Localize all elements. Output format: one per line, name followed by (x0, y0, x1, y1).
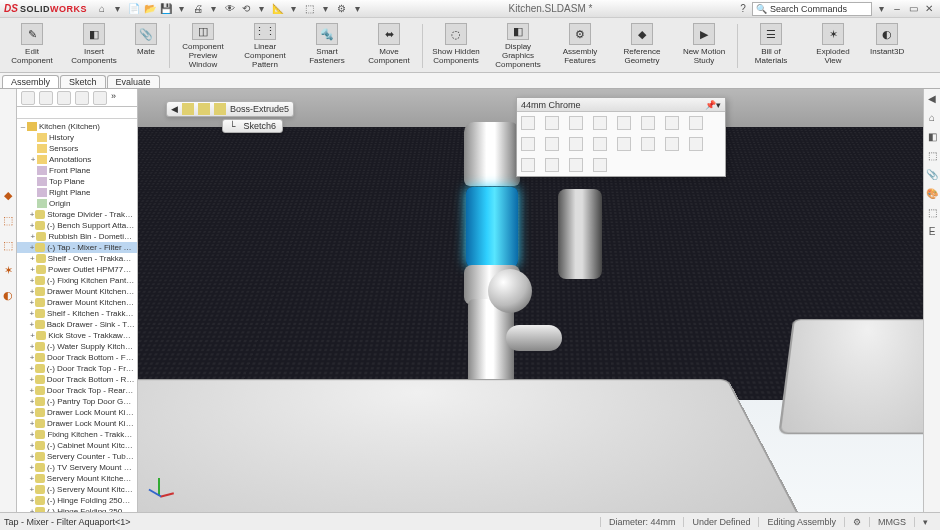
ribbon-button[interactable]: ◧Insert Components (64, 20, 124, 72)
ctx-tool-icon[interactable] (593, 158, 607, 172)
expand-icon[interactable]: + (29, 232, 36, 241)
ctx-tool-icon[interactable] (689, 116, 703, 130)
expand-icon[interactable]: – (19, 122, 27, 131)
ctx-tool-icon[interactable] (593, 116, 607, 130)
graphics-viewport[interactable]: ◀ Boss-Extrude5 └ Sketch6 44mm Chrome 📌 … (138, 89, 923, 512)
tree-row[interactable]: Front Plane (17, 165, 137, 176)
fm-tab-expand-icon[interactable]: » (111, 91, 116, 105)
qat-button[interactable]: 📐 (271, 2, 285, 16)
ctx-tool-icon[interactable] (569, 158, 583, 172)
tree-row[interactable]: +Annotations (17, 154, 137, 165)
qat-button[interactable]: ▾ (111, 2, 125, 16)
ribbon-button[interactable]: 🔩Smart Fasteners (297, 20, 357, 72)
tree-row[interactable]: +Shelf - Kitchen - Trakkaway 790-8 (17, 308, 137, 319)
breadcrumb-bar[interactable]: ◀ Boss-Extrude5 (166, 101, 294, 117)
breadcrumb-child[interactable]: └ Sketch6 (222, 119, 283, 133)
ctx-tool-icon[interactable] (545, 137, 559, 151)
rail-icon[interactable]: E (926, 226, 939, 239)
tree-row[interactable]: +Fixing Kitchen - Trakkaway<1> (17, 429, 137, 440)
tree-row[interactable]: +(-) Fixing Kitchen Pantry - Trakka (17, 275, 137, 286)
ribbon-button[interactable]: ⚙Assembly Features (550, 20, 610, 72)
minimize-button[interactable]: – (890, 2, 904, 16)
qat-button[interactable]: ▾ (207, 2, 221, 16)
ctx-tool-icon[interactable] (665, 116, 679, 130)
ctx-tool-icon[interactable] (641, 116, 655, 130)
ribbon-tab[interactable]: Sketch (60, 75, 106, 88)
fm-tab-icon[interactable] (21, 91, 35, 105)
ctx-tool-icon[interactable] (689, 137, 703, 151)
ribbon-button[interactable]: ◫Component Preview Window (173, 20, 233, 72)
tree-row[interactable]: +Servery Counter - Tube -Trakkaw (17, 451, 137, 462)
rail-icon[interactable]: ◐ (3, 289, 13, 302)
expand-icon[interactable]: + (29, 320, 35, 329)
tree-row[interactable]: +Door Track Bottom - Rear Storage (17, 374, 137, 385)
tree-row[interactable]: +(-) Servery Mount Kitchen - Trakki (17, 484, 137, 495)
expand-icon[interactable]: + (29, 265, 36, 274)
ctx-tool-icon[interactable] (545, 158, 559, 172)
chevron-left-icon[interactable]: ◀ (171, 104, 178, 114)
ctx-tool-icon[interactable] (617, 116, 631, 130)
ribbon-button[interactable]: ◐Instant3D (865, 20, 909, 72)
tree-row[interactable]: +(-) Bench Support Attachment - T (17, 220, 137, 231)
ctx-tool-icon[interactable] (569, 137, 583, 151)
search-dropdown-icon[interactable]: ▾ (874, 2, 888, 16)
expand-icon[interactable]: + (29, 309, 35, 318)
ribbon-button[interactable]: 📎Mate (126, 20, 166, 72)
pin-icon[interactable]: 📌 (705, 100, 716, 110)
tree-row[interactable]: +(-) Hinge Folding 250mm - Moun (17, 495, 137, 506)
ribbon-button[interactable]: ◌Show Hidden Components (426, 20, 486, 72)
rail-icon[interactable]: ◧ (926, 131, 939, 144)
tree-row[interactable]: +Door Track Top - Rear Storage - K (17, 385, 137, 396)
help-icon[interactable]: ? (736, 2, 750, 16)
tree-row[interactable]: +Door Track Bottom - Front Storag (17, 352, 137, 363)
ribbon-tab[interactable]: Evaluate (107, 75, 160, 88)
rail-icon[interactable]: 📎 (926, 169, 939, 182)
ctx-tool-icon[interactable] (521, 137, 535, 151)
expand-icon[interactable]: + (29, 463, 35, 472)
tree-row[interactable]: +(-) Tap - Mixer - Filter Aquaport< (17, 242, 137, 253)
rail-icon[interactable]: ⬚ (926, 207, 939, 220)
rail-icon[interactable]: ◆ (4, 189, 12, 202)
rail-icon[interactable]: ⬚ (926, 150, 939, 163)
ribbon-button[interactable]: ⋮⋮Linear Component Pattern (235, 20, 295, 72)
ribbon-tab[interactable]: Assembly (2, 75, 59, 88)
context-toolbar-title[interactable]: 44mm Chrome 📌 ▾ (517, 98, 725, 112)
ribbon-button[interactable]: ☰Bill of Materials (741, 20, 801, 72)
tree-row[interactable]: +Back Drawer - Sink - Trakkaway<1 (17, 319, 137, 330)
tree-row[interactable]: +Kick Stove - Trakkaway<1> (17, 330, 137, 341)
tree-row[interactable]: +(-) Water Supply Kitchen - Trakka (17, 341, 137, 352)
expand-icon[interactable]: + (29, 254, 36, 263)
ribbon-button[interactable]: ◧Display Graphics Components (488, 20, 548, 72)
search-input[interactable]: 🔍Search Commands (752, 2, 872, 16)
expand-icon[interactable]: + (29, 155, 37, 164)
qat-button[interactable]: ⬚ (303, 2, 317, 16)
dropdown-icon[interactable]: ▾ (716, 100, 721, 110)
qat-button[interactable]: ▾ (175, 2, 189, 16)
qat-button[interactable]: 💾 (159, 2, 173, 16)
ribbon-button[interactable]: ⬌Move Component (359, 20, 419, 72)
qat-button[interactable]: 🖨 (191, 2, 205, 16)
chevron-left-icon[interactable]: ◀ (926, 93, 939, 106)
qat-button[interactable]: ▾ (287, 2, 301, 16)
tree-row[interactable]: Origin (17, 198, 137, 209)
tree-row[interactable]: +(-) Door Track Top - Front Storage (17, 363, 137, 374)
status-units[interactable]: MMGS (869, 517, 914, 527)
tree-row[interactable]: +(-) Cabinet Mount Kitchen Floor - (17, 440, 137, 451)
tree-row[interactable]: Right Plane (17, 187, 137, 198)
qat-button[interactable]: 📂 (143, 2, 157, 16)
tree-row[interactable]: +Drawer Lock Mount Kitchen - Tral (17, 418, 137, 429)
rail-icon[interactable]: ✶ (4, 264, 13, 277)
breadcrumb-feature[interactable]: Boss-Extrude5 (230, 104, 289, 114)
tree-row[interactable]: +Drawer Mount Kitchen - Trakkaw (17, 286, 137, 297)
ctx-tool-icon[interactable] (617, 137, 631, 151)
tree-row[interactable]: +Power Outlet HPM777P<1> (17, 264, 137, 275)
expand-icon[interactable]: + (29, 474, 35, 483)
orientation-triad[interactable] (146, 474, 176, 504)
rail-icon[interactable]: 🎨 (926, 188, 939, 201)
expand-icon[interactable]: + (29, 375, 35, 384)
tree-row[interactable]: –Kitchen (Kitchen) (17, 121, 137, 132)
rail-icon[interactable]: ⬚ (3, 239, 13, 252)
ctx-tool-icon[interactable] (569, 116, 583, 130)
tree-row[interactable]: +(-) TV Servery Mount Kitchen -Tra (17, 462, 137, 473)
rail-icon[interactable]: ⌂ (926, 112, 939, 125)
